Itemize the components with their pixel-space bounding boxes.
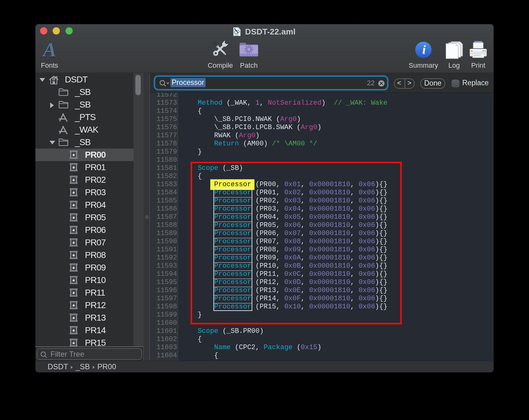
svg-text:AML: AML: [235, 34, 239, 36]
svg-text:i: i: [422, 43, 426, 57]
